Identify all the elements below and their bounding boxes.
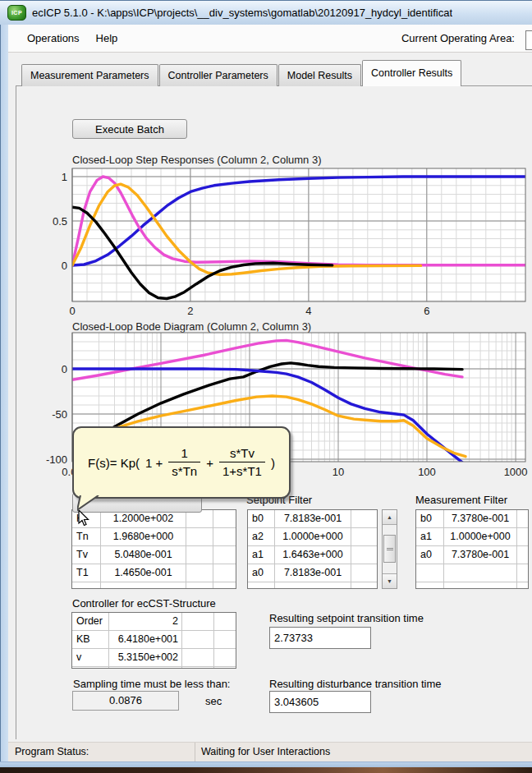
cell-value[interactable]: [182, 613, 214, 630]
menu-item-operations[interactable]: Operations: [19, 29, 88, 48]
table-row[interactable]: KB6.4180e+001: [72, 631, 236, 649]
cell-label[interactable]: KB: [72, 631, 109, 648]
cell-value[interactable]: [186, 564, 213, 582]
cell-value[interactable]: 1.2000e+002: [101, 510, 186, 527]
cell-value[interactable]: [214, 631, 236, 648]
cell-label[interactable]: [416, 564, 444, 582]
disturbance-transition-field[interactable]: 3.043605: [269, 691, 371, 713]
tab-model-results[interactable]: Model Results: [278, 64, 361, 86]
cell-value[interactable]: [213, 564, 236, 582]
cell-value[interactable]: 1.4650e-001: [101, 564, 186, 582]
cell-value[interactable]: 7.8183e-001: [275, 510, 351, 527]
cell-value[interactable]: [213, 510, 236, 527]
table-row[interactable]: b07.8183e-001: [248, 510, 377, 528]
table-row[interactable]: a07.8183e-001: [248, 564, 377, 582]
cell-label[interactable]: [248, 582, 275, 589]
cell-value[interactable]: [186, 582, 213, 589]
table-row[interactable]: Tn1.9680e+000: [72, 528, 236, 546]
cell-value[interactable]: 1.6463e+000: [275, 546, 351, 564]
table-row[interactable]: a11.6463e+000: [248, 546, 377, 564]
table-row[interactable]: a07.3780e-001: [416, 546, 528, 564]
cell-value[interactable]: [214, 667, 236, 669]
cell-value[interactable]: [186, 510, 213, 527]
table-row[interactable]: K1.2000e+002: [72, 510, 236, 528]
cell-label[interactable]: a2: [248, 528, 275, 545]
table-row[interactable]: v5.3150e+002: [72, 649, 236, 667]
cell-value[interactable]: [213, 528, 236, 545]
table-row[interactable]: T11.4650e-001: [72, 564, 236, 582]
cell-value[interactable]: [444, 582, 517, 589]
table-row[interactable]: [416, 564, 528, 582]
table-row[interactable]: [72, 667, 236, 669]
cell-label[interactable]: a0: [248, 564, 275, 582]
cell-value[interactable]: [186, 528, 213, 545]
cell-label[interactable]: Order: [72, 613, 109, 630]
cell-value[interactable]: [517, 528, 529, 545]
menu-item-help[interactable]: Help: [88, 29, 126, 48]
cell-value[interactable]: [517, 564, 529, 582]
table-row[interactable]: b07.3780e-001: [416, 510, 528, 528]
pid-parameters-table[interactable]: K1.2000e+002Tn1.9680e+000Tv5.0480e-001T1…: [71, 509, 236, 589]
cell-value[interactable]: 1.9680e+000: [101, 528, 186, 545]
cell-label[interactable]: [416, 582, 444, 589]
tab-controller-parameters[interactable]: Controller Parameters: [159, 64, 277, 86]
cell-value[interactable]: [182, 631, 214, 648]
tab-measurement-parameters[interactable]: Measurement Parameters: [21, 64, 158, 86]
cell-value[interactable]: 2: [109, 613, 182, 630]
table-row[interactable]: [72, 582, 236, 589]
cell-label[interactable]: T1: [72, 564, 101, 582]
cell-label[interactable]: v: [72, 649, 109, 666]
cell-label[interactable]: Tn: [72, 528, 101, 545]
cell-value[interactable]: [186, 546, 213, 564]
cell-label[interactable]: a1: [416, 528, 444, 545]
cell-label[interactable]: [72, 667, 109, 669]
cell-value[interactable]: [214, 649, 236, 666]
scrollbar-thumb[interactable]: [383, 535, 396, 563]
cell-label[interactable]: b0: [416, 510, 444, 527]
cell-value[interactable]: 7.8183e-001: [275, 564, 351, 582]
table-row[interactable]: Tv5.0480e-001: [72, 546, 236, 564]
cell-value[interactable]: 7.3780e-001: [444, 510, 517, 527]
cell-value[interactable]: [351, 564, 378, 582]
cell-value[interactable]: 1.0000e+000: [444, 528, 517, 545]
title-bar[interactable]: ICP ecICP 5.1.0 - K:\apps\ICP\projects\_…: [0, 0, 532, 25]
cell-label[interactable]: a0: [416, 546, 444, 564]
cell-label[interactable]: b0: [248, 510, 275, 527]
cell-value[interactable]: [351, 546, 378, 564]
cell-value[interactable]: [275, 582, 351, 589]
cell-label[interactable]: a1: [248, 546, 275, 564]
scroll-up-icon[interactable]: ▲: [383, 510, 397, 525]
table-row[interactable]: [416, 582, 528, 589]
cell-label[interactable]: Tv: [72, 546, 101, 564]
cell-value[interactable]: [444, 564, 517, 582]
cell-value[interactable]: [101, 582, 186, 589]
cell-value[interactable]: [351, 528, 378, 545]
cell-value[interactable]: 5.3150e+002: [109, 649, 182, 666]
scroll-down-icon[interactable]: ▼: [383, 573, 397, 588]
eccst-controller-table[interactable]: Order2KB6.4180e+001v5.3150e+002: [71, 612, 236, 669]
cell-value[interactable]: 6.4180e+001: [109, 631, 182, 648]
cell-value[interactable]: 7.3780e-001: [444, 546, 517, 564]
cell-value[interactable]: [517, 510, 529, 527]
cell-value[interactable]: [182, 667, 214, 669]
cell-value[interactable]: [109, 667, 182, 669]
cell-value[interactable]: [213, 546, 236, 564]
cell-value[interactable]: [214, 613, 236, 630]
setpoint-filter-scrollbar[interactable]: ▲ ▼: [382, 509, 397, 589]
cell-value[interactable]: 5.0480e-001: [101, 546, 186, 564]
table-row[interactable]: [248, 582, 377, 589]
cell-value[interactable]: [517, 546, 529, 564]
cell-value[interactable]: [351, 510, 378, 527]
operating-area-combobox[interactable]: [525, 30, 532, 50]
measurement-filter-table[interactable]: b07.3780e-001a11.0000e+000a07.3780e-001: [415, 509, 529, 589]
cell-value[interactable]: [351, 582, 378, 589]
table-row[interactable]: a21.0000e+000: [248, 528, 377, 546]
execute-batch-button[interactable]: Execute Batch: [72, 119, 187, 139]
cell-value[interactable]: [213, 582, 236, 589]
tab-controller-results[interactable]: Controller Results: [362, 60, 461, 86]
table-row[interactable]: Order2: [72, 613, 236, 631]
table-row[interactable]: a11.0000e+000: [416, 528, 528, 546]
cell-label[interactable]: [72, 582, 101, 589]
setpoint-transition-field[interactable]: 2.73733: [269, 627, 371, 649]
setpoint-filter-table[interactable]: b07.8183e-001a21.0000e+000a11.6463e+000a…: [247, 509, 378, 589]
